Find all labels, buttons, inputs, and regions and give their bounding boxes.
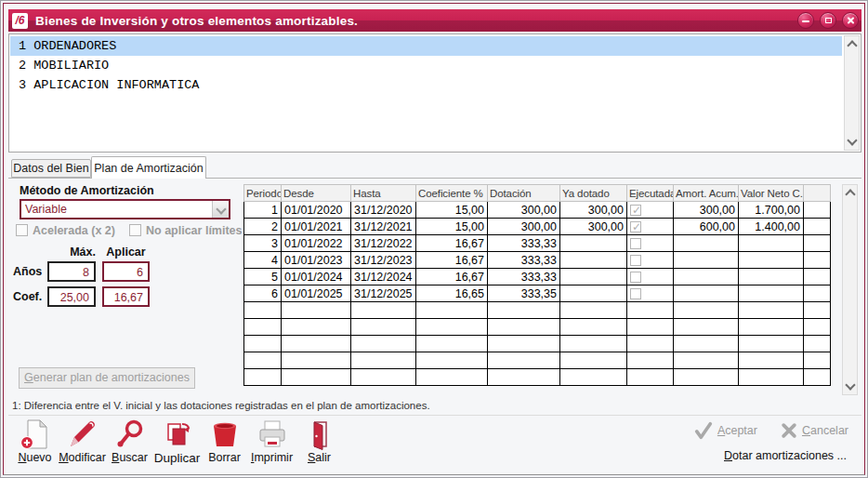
asset-list-item[interactable]: 2 MOBILIARIO (10, 56, 842, 75)
max-column-label: Máx. (47, 246, 96, 259)
window-title: Bienes de Inversión y otros elementos am… (35, 14, 358, 28)
cell-dotacion: 300,00 (488, 219, 560, 235)
header-desde: Desde (282, 185, 351, 202)
cell-periodo: 2 (244, 219, 282, 235)
pen-icon (67, 418, 99, 450)
tab-plan-de-amortizacion[interactable]: Plan de Amortización (91, 156, 206, 179)
ejecutada-checkbox[interactable] (630, 272, 641, 283)
plan-row[interactable]: 201/01/202131/12/202115,00300,00300,0060… (244, 219, 831, 235)
cell-amort_acum: 600,00 (674, 219, 739, 235)
window-controls (797, 12, 859, 29)
plan-table: Periodo Desde Hasta Coeficiente % Dotaci… (243, 184, 831, 386)
plan-row[interactable]: 301/01/202231/12/202216,67333,33 (244, 235, 831, 252)
amortization-method-select[interactable]: Variable (20, 199, 230, 219)
plan-row-empty (244, 336, 831, 352)
maximize-button[interactable] (820, 12, 836, 29)
header-filler (804, 185, 831, 202)
cell-dotacion: 300,00 (488, 202, 560, 219)
asset-list-scrollbar[interactable] (844, 35, 860, 151)
trash-icon (209, 418, 241, 450)
header-amort-acum: Amort. Acum. (674, 185, 739, 202)
imprimir-button[interactable]: Imprimir (249, 418, 295, 465)
cell-hasta: 31/12/2020 (351, 202, 416, 219)
header-ejecutada: Ejecutada (627, 185, 674, 202)
minimize-icon (802, 20, 809, 22)
plan-table-scrollbar[interactable] (842, 184, 858, 395)
ejecutada-checkbox[interactable] (630, 238, 641, 249)
minimize-button[interactable] (797, 12, 814, 29)
ejecutada-checkbox[interactable] (630, 255, 641, 266)
modificar-button[interactable]: Modificar (59, 418, 105, 465)
cancelar-button[interactable]: Cancelar (780, 421, 848, 440)
close-button[interactable] (842, 12, 859, 29)
ejecutada-checkbox[interactable] (630, 221, 641, 232)
nuevo-button[interactable]: Nuevo (12, 418, 58, 465)
plan-row-empty (244, 352, 831, 369)
scroll-down-icon[interactable] (845, 135, 859, 149)
plan-row[interactable]: 401/01/202331/12/202316,67333,33 (244, 252, 831, 269)
asset-list: 1 ORDENADORES 2 MOBILIARIO 3 APLICACION … (8, 33, 861, 153)
coef-apply-field[interactable]: 16,67 (102, 286, 150, 307)
scroll-up-icon[interactable] (843, 186, 857, 200)
accelerated-checkbox-label: Acelerada (x 2) (33, 224, 115, 237)
coef-max-field[interactable]: 25,00 (47, 286, 96, 307)
ejecutada-checkbox[interactable] (630, 205, 641, 216)
x-icon (780, 421, 798, 440)
cell-coef: 15,00 (416, 202, 488, 219)
cell-ejecutada (627, 202, 674, 219)
generate-plan-button[interactable]: Generar plan de amortizaciones (19, 367, 195, 389)
tab-datos-del-bien[interactable]: Datos del Bien (11, 159, 91, 178)
coef-label: Coef. (13, 290, 42, 303)
cell-periodo: 1 (244, 202, 282, 219)
asset-list-item[interactable]: 1 ORDENADORES (10, 36, 842, 56)
buscar-button[interactable]: Buscar (107, 418, 152, 465)
cell-valor_neto (739, 235, 804, 252)
cell-ejecutada (627, 219, 674, 235)
duplicar-button[interactable]: Duplicar (154, 418, 200, 465)
cell-filler (804, 202, 831, 219)
dotar-amortizaciones-link[interactable]: Dotar amortizaciones ... (724, 449, 847, 462)
cell-amort_acum (674, 269, 739, 285)
cell-filler (804, 235, 831, 252)
cell-filler (804, 219, 831, 235)
cell-dotacion: 333,33 (488, 269, 560, 285)
plan-row[interactable]: 601/01/202531/12/202516,65333,35 (244, 285, 831, 302)
cell-periodo: 6 (244, 285, 282, 302)
cell-hasta: 31/12/2025 (351, 285, 416, 302)
plan-row[interactable]: 101/01/202031/12/202015,00300,00300,0030… (244, 202, 831, 219)
cell-coef: 16,67 (416, 235, 488, 252)
cell-coef: 16,67 (416, 252, 488, 269)
salir-button[interactable]: Salir (296, 418, 342, 465)
cell-dotacion: 333,33 (488, 252, 560, 269)
no-limits-checkbox[interactable] (129, 224, 141, 236)
ejecutada-checkbox[interactable] (630, 288, 641, 299)
cell-ya_dotado (560, 235, 627, 252)
asset-list-item[interactable]: 3 APLICACION INFORMATICA (10, 75, 842, 95)
cell-dotacion: 333,33 (488, 235, 560, 252)
cell-hasta: 31/12/2022 (351, 235, 416, 252)
years-max-field[interactable]: 8 (47, 261, 96, 282)
maximize-icon (825, 18, 832, 23)
cell-desde: 01/01/2024 (282, 269, 351, 285)
cell-ya_dotado: 300,00 (560, 219, 627, 235)
cell-ya_dotado (560, 285, 627, 302)
aceptar-button[interactable]: Aceptar (693, 421, 757, 440)
header-valor-neto: Valor Neto C. (739, 185, 804, 202)
cell-valor_neto: 1.700,00 (739, 202, 804, 219)
cell-periodo: 5 (244, 269, 282, 285)
scroll-down-icon[interactable] (843, 379, 857, 393)
borrar-button[interactable]: Borrar (202, 418, 247, 465)
combo-arrow-icon[interactable] (212, 201, 229, 218)
header-hasta: Hasta (351, 185, 416, 202)
plan-row[interactable]: 501/01/202431/12/202416,67333,33 (244, 269, 831, 285)
accelerated-checkbox[interactable] (16, 224, 28, 236)
cell-desde: 01/01/2022 (282, 235, 351, 252)
cell-ya_dotado (560, 252, 627, 269)
scroll-up-icon[interactable] (845, 37, 859, 51)
plan-row-empty (244, 369, 831, 386)
cell-ejecutada (627, 285, 674, 302)
cell-desde: 01/01/2023 (282, 252, 351, 269)
years-apply-field[interactable]: 6 (102, 261, 150, 282)
door-icon (304, 418, 335, 450)
cell-ejecutada (627, 235, 674, 252)
